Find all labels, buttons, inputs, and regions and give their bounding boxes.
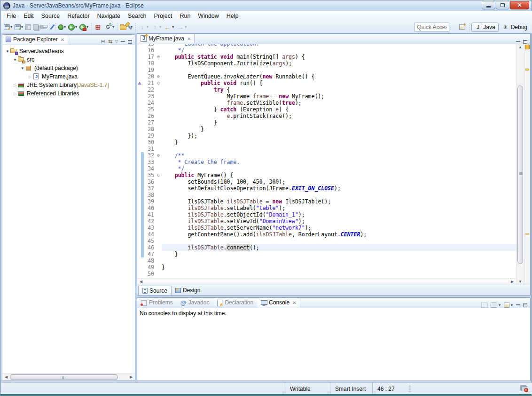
line-number[interactable]: 39 <box>144 198 155 205</box>
annotation-ruler[interactable] <box>137 86 141 93</box>
overview-ruler[interactable] <box>524 44 530 285</box>
line-number[interactable]: 22 <box>144 86 155 93</box>
annotation-mark[interactable] <box>525 233 529 235</box>
annotation-ruler[interactable] <box>137 100 141 106</box>
code-line[interactable]: 31 <box>137 146 516 152</box>
expander-expanded-icon[interactable]: ▼ <box>5 49 10 54</box>
external-tools-button[interactable]: ▶▾ <box>78 23 90 31</box>
line-number[interactable]: 35 <box>144 172 155 179</box>
line-number[interactable]: 40 <box>144 205 155 211</box>
fold-collapse-icon[interactable]: ⊖ <box>155 152 162 159</box>
menu-project[interactable]: Project <box>150 11 176 21</box>
menu-window[interactable]: Window <box>194 11 222 21</box>
line-number[interactable]: 26 <box>144 113 155 119</box>
close-editor-icon[interactable]: ✕ <box>187 36 191 41</box>
menu-search[interactable]: Search <box>124 11 150 21</box>
fold-collapse-icon[interactable]: ⊖ <box>155 54 162 60</box>
line-number[interactable]: 16 <box>144 47 155 54</box>
code-line[interactable]: 29 }); <box>137 132 516 139</box>
annotation-ruler[interactable] <box>137 159 141 165</box>
code-line[interactable]: 48 <box>137 257 516 264</box>
minimize-view-icon[interactable] <box>121 40 125 42</box>
code-line[interactable]: 36 setBounds(100, 100, 450, 300); <box>137 179 516 185</box>
annotation-ruler[interactable] <box>137 54 141 60</box>
open-console-icon[interactable] <box>481 303 488 308</box>
code-line[interactable]: 40 ilsDSJTable.setLabel("table"); <box>137 205 516 211</box>
view-menu-icon[interactable]: ▽ <box>115 39 118 44</box>
annotation-ruler[interactable] <box>137 192 141 198</box>
collapse-all-icon[interactable]: ⊟ <box>101 39 105 45</box>
tab-design[interactable]: Design <box>172 286 204 295</box>
line-number[interactable]: 44 <box>144 231 155 238</box>
tab-console[interactable]: Console✕ <box>257 297 300 308</box>
expander-collapsed-icon[interactable]: ▷ <box>13 83 17 87</box>
annotation-ruler[interactable] <box>137 67 141 73</box>
annotation-ruler[interactable] <box>137 146 141 152</box>
link-with-editor-icon[interactable]: ⇆ <box>108 39 112 45</box>
line-number[interactable]: 20 <box>144 73 155 80</box>
close-view-icon[interactable]: ✕ <box>292 300 296 305</box>
scroll-up-icon[interactable]: ▲ <box>516 45 524 49</box>
run-button[interactable]: ▶▾ <box>67 23 78 31</box>
package-explorer-hscrollbar[interactable]: ◀ ▶ <box>2 373 135 380</box>
line-number[interactable]: 38 <box>144 192 155 198</box>
scroll-left-icon[interactable]: ◀ <box>137 280 145 284</box>
minimize-editor-icon[interactable] <box>516 40 520 42</box>
annotation-ruler[interactable] <box>137 172 141 179</box>
maximize-view-icon[interactable] <box>128 40 132 44</box>
chevron-down-icon[interactable]: ▾ <box>75 25 77 29</box>
tree-item-jre-system-library-[interactable]: ▷JRE System Library [JavaSE-1.7] <box>2 81 135 89</box>
line-number[interactable]: 37 <box>144 185 155 192</box>
line-number[interactable]: 48 <box>144 257 155 264</box>
expander-expanded-icon[interactable]: ▼ <box>13 58 17 62</box>
code-line[interactable]: 37 setDefaultCloseOperation(JFrame.EXIT_… <box>137 185 516 192</box>
code-line[interactable]: 17⊖ public static void main(String[] arg… <box>137 54 516 60</box>
annotation-ruler[interactable] <box>137 60 141 67</box>
quick-access-input[interactable] <box>415 23 449 31</box>
code-line[interactable]: 28 } <box>137 126 516 132</box>
annotation-ruler[interactable] <box>137 231 141 238</box>
minimize-console-icon[interactable] <box>516 304 520 305</box>
scroll-left-icon[interactable]: ◀ <box>2 375 10 379</box>
line-number[interactable]: 41 <box>144 211 155 218</box>
perspective-debug-button[interactable]: ✳Debug <box>500 23 530 32</box>
annotation-ruler[interactable] <box>137 264 141 271</box>
line-number[interactable]: 21 <box>144 80 155 86</box>
editor-hscrollbar[interactable]: ◀ ▶ <box>137 278 516 285</box>
code-line[interactable]: 19 <box>137 67 516 73</box>
code-line[interactable]: 18 IlsDSComponent.Initialize(args); <box>137 60 516 67</box>
code-line[interactable]: 23 MyFrame frame = new MyFrame(); <box>137 93 516 100</box>
chevron-down-icon[interactable]: ▾ <box>64 25 66 29</box>
annotation-ruler[interactable] <box>137 106 141 113</box>
code-line[interactable]: 42 ilsDSJTable.setViewId("DomainView"); <box>137 218 516 225</box>
menu-refactor[interactable]: Refactor <box>63 11 93 21</box>
new-console-icon[interactable] <box>504 303 509 308</box>
code-line[interactable]: 25 } catch (Exception e) { <box>137 106 516 113</box>
annotation-ruler[interactable] <box>137 218 141 225</box>
line-number[interactable]: 28 <box>144 126 155 132</box>
code-line[interactable]: 45 <box>137 238 516 244</box>
annotation-ruler[interactable] <box>137 205 141 211</box>
debug-button[interactable]: ▾ <box>57 24 67 31</box>
tree-item-src[interactable]: ▼src <box>2 55 135 64</box>
line-number[interactable]: 29 <box>144 132 155 139</box>
line-number[interactable]: 43 <box>144 225 155 231</box>
tab-source[interactable]: Source <box>138 286 172 295</box>
chevron-down-icon[interactable]: ▾ <box>499 303 501 307</box>
code-line[interactable]: 39 IlsDSJTable ilsDSJTable = new IlsDSJT… <box>137 198 516 205</box>
expander-collapsed-icon[interactable]: ▷ <box>28 75 32 79</box>
annotation-mark[interactable] <box>525 69 529 70</box>
line-number[interactable]: 42 <box>144 218 155 225</box>
menu-navigate[interactable]: Navigate <box>94 11 124 21</box>
open-perspective-button[interactable] <box>456 23 468 31</box>
maximize-editor-icon[interactable] <box>523 40 527 44</box>
line-number[interactable]: 49 <box>144 264 155 271</box>
code-line[interactable]: 33 * Create the frame. <box>137 159 516 165</box>
maximize-console-icon[interactable] <box>523 303 527 307</box>
code-line[interactable]: 27 } <box>137 119 516 126</box>
line-number[interactable]: 19 <box>144 67 155 73</box>
tree-item--default-package-[interactable]: ▼(default package) <box>2 64 135 72</box>
line-number[interactable]: 36 <box>144 179 155 185</box>
new-java-project-button[interactable]: ⊞ <box>93 23 103 31</box>
tab-package-explorer[interactable]: Package Explorer ✕ <box>2 34 68 45</box>
